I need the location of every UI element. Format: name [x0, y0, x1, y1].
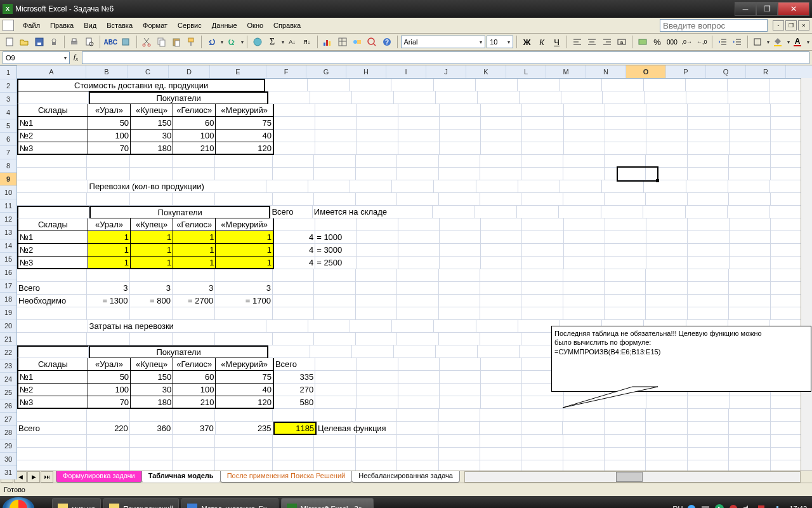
undo-dropdown[interactable]: ▾: [221, 39, 223, 45]
italic-icon[interactable]: К: [535, 34, 548, 50]
print-preview-icon[interactable]: [82, 34, 96, 50]
name-box[interactable]: O9▾: [3, 51, 70, 64]
copy-icon[interactable]: [155, 34, 168, 50]
comment-box[interactable]: Последняя таблица не обязательна!!! Целе…: [551, 326, 811, 392]
comma-icon[interactable]: 000: [665, 34, 679, 50]
autosum-dropdown[interactable]: ▾: [282, 39, 284, 45]
start-button[interactable]: [3, 497, 34, 508]
taskbar-item[interactable]: музыка: [52, 498, 101, 508]
svg-point-53: [688, 505, 695, 508]
font-size-selector[interactable]: 10▾: [487, 36, 513, 48]
horizontal-scrollbar[interactable]: [464, 471, 801, 483]
menu-edit[interactable]: Правка: [45, 20, 79, 30]
vertical-scrollbar[interactable]: [801, 78, 812, 471]
fill-dropdown[interactable]: ▾: [787, 39, 790, 45]
menu-file[interactable]: Файл: [18, 20, 45, 30]
format-painter-icon[interactable]: [185, 34, 198, 50]
cell-grid[interactable]: Стоимость доставки ед. продукцииПокупате…: [17, 79, 812, 471]
help-question-input[interactable]: [660, 19, 768, 32]
mdi-minimize[interactable]: -: [773, 20, 784, 30]
align-right-icon[interactable]: [600, 34, 613, 50]
taskbar-item[interactable]: Поиск решений: [103, 498, 179, 508]
menu-insert[interactable]: Вставка: [102, 20, 138, 30]
menu-view[interactable]: Вид: [79, 20, 102, 30]
tray-icon[interactable]: [686, 504, 697, 508]
svg-rect-49: [754, 39, 761, 45]
underline-icon[interactable]: Ч: [550, 34, 563, 50]
permission-icon[interactable]: [47, 34, 60, 50]
tray-icon[interactable]: [756, 504, 766, 508]
autosum-icon[interactable]: Σ: [265, 34, 278, 50]
taskbar-item-active[interactable]: Microsoft Excel - За...: [281, 498, 374, 508]
menu-data[interactable]: Данные: [207, 20, 242, 30]
chart-icon[interactable]: [320, 34, 334, 50]
align-center-icon[interactable]: [586, 34, 599, 50]
font-selector[interactable]: Arial▾: [401, 36, 486, 48]
taskbar-clock[interactable]: 17:42: [789, 505, 807, 508]
tray-play-icon[interactable]: [714, 504, 724, 508]
tray-icon[interactable]: [728, 504, 738, 508]
font-color-icon[interactable]: А: [791, 34, 804, 50]
save-icon[interactable]: [32, 34, 46, 50]
svg-rect-20: [326, 40, 328, 46]
menu-window[interactable]: Окно: [242, 20, 269, 30]
help-icon[interactable]: ?: [380, 34, 393, 50]
align-left-icon[interactable]: [570, 34, 584, 50]
document-icon[interactable]: [3, 20, 14, 31]
maximize-button[interactable]: ❐: [756, 2, 778, 16]
increase-indent-icon[interactable]: [730, 34, 743, 50]
new-icon[interactable]: [3, 34, 16, 50]
currency-icon[interactable]: [636, 34, 649, 50]
column-headers[interactable]: ABCDEFGHIJKLMNOPQR: [17, 65, 812, 79]
increase-decimal-icon[interactable]: ,0→: [680, 34, 693, 50]
merge-icon[interactable]: a: [615, 34, 628, 50]
svg-point-55: [715, 504, 724, 508]
close-button[interactable]: ✕: [778, 2, 809, 16]
row-headers[interactable]: 1234567891011121314151617181920212223242…: [0, 66, 17, 479]
zoom-icon[interactable]: [365, 34, 379, 50]
decrease-decimal-icon[interactable]: ←,0: [695, 34, 709, 50]
window-titlebar: X Microsoft Excel - Задача №6 ─ ❐ ✕: [0, 0, 812, 18]
percent-icon[interactable]: %: [650, 34, 664, 50]
sheet-tab-active[interactable]: Табличная модель: [141, 471, 221, 483]
bold-icon[interactable]: Ж: [520, 34, 534, 50]
sheet-tab[interactable]: Несбалансированная задача: [351, 471, 460, 483]
hyperlink-icon[interactable]: [251, 34, 264, 50]
print-icon[interactable]: [68, 34, 81, 50]
system-tray[interactable]: RU 17:42: [673, 504, 809, 508]
paste-icon[interactable]: [169, 34, 183, 50]
decrease-indent-icon[interactable]: [716, 34, 729, 50]
tab-next[interactable]: ▶: [27, 471, 40, 483]
fill-color-icon[interactable]: [771, 34, 784, 50]
fx-icon[interactable]: fx: [74, 53, 78, 62]
sheet-tab[interactable]: После применения Поиска Решений: [220, 471, 353, 483]
minimize-button[interactable]: ─: [735, 2, 756, 16]
menu-format[interactable]: Формат: [138, 20, 173, 30]
sort-asc-icon[interactable]: А↓: [285, 34, 299, 50]
tray-network-icon[interactable]: [770, 504, 780, 508]
cut-icon[interactable]: [140, 34, 153, 50]
fontcolor-dropdown[interactable]: ▾: [807, 39, 809, 45]
pivot-icon[interactable]: [336, 34, 349, 50]
undo-icon[interactable]: [205, 34, 218, 50]
formula-bar[interactable]: [82, 51, 809, 64]
sheet-tab[interactable]: Формулировка задачи: [56, 471, 142, 483]
redo-icon[interactable]: [225, 34, 238, 50]
research-icon[interactable]: [119, 34, 133, 50]
sort-desc-icon[interactable]: Я↓: [300, 34, 313, 50]
tray-icon[interactable]: [700, 504, 710, 508]
spelling-icon[interactable]: ABC: [103, 34, 118, 50]
tab-last[interactable]: ⏭: [41, 471, 53, 483]
drawing-icon[interactable]: [350, 34, 363, 50]
language-indicator[interactable]: RU: [673, 505, 683, 508]
menu-tools[interactable]: Сервис: [173, 20, 207, 30]
tray-volume-icon[interactable]: [742, 504, 752, 508]
taskbar-item[interactable]: Метод. указания_Ex...: [181, 498, 278, 508]
mdi-restore[interactable]: ❐: [785, 20, 797, 30]
menu-help[interactable]: Справка: [268, 20, 306, 30]
borders-icon[interactable]: [751, 34, 764, 50]
open-icon[interactable]: [17, 34, 30, 50]
redo-dropdown[interactable]: ▾: [241, 39, 244, 45]
mdi-close[interactable]: ×: [798, 20, 809, 30]
borders-dropdown[interactable]: ▾: [767, 39, 769, 45]
